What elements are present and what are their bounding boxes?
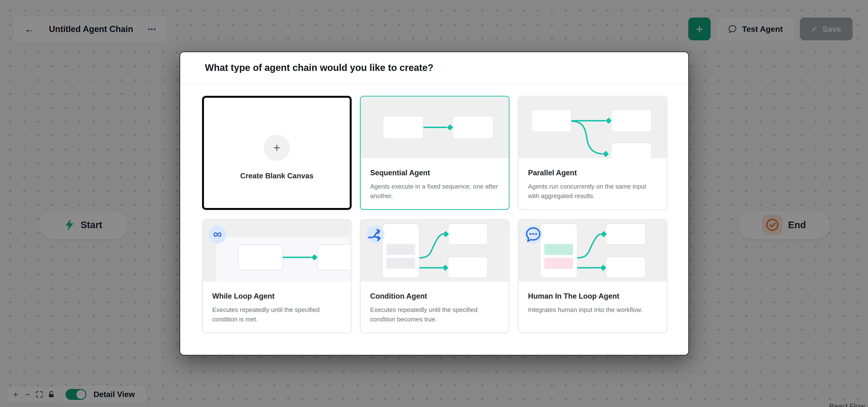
card-sequential-agent[interactable]: Sequential Agent Agents execute in a fix… [360,96,509,210]
chat-badge [524,226,542,244]
card-title: Parallel Agent [528,169,657,177]
card-title: Human In The Loop Agent [528,292,657,301]
while-loop-diagram [203,220,351,281]
card-title: Condition Agent [370,292,499,301]
plus-circle: + [264,135,290,161]
card-human-in-the-loop-agent[interactable]: Human In The Loop Agent Integrates human… [518,219,668,333]
card-create-blank-canvas[interactable]: + Create Blank Canvas [202,96,352,210]
modal-header: What type of agent chain would you like … [180,52,688,84]
card-description: Executes repeatedly until the specified … [370,305,499,324]
card-condition-agent[interactable]: Condition Agent Executes repeatedly unti… [360,219,509,333]
infinity-badge: ∞ [209,226,226,244]
card-diagram [361,220,509,281]
card-diagram: ∞ [203,220,351,281]
parallel-diagram [519,97,667,158]
card-info: Sequential Agent Agents execute in a fix… [361,158,509,201]
branch-badge [366,226,384,244]
infinity-icon: ∞ [213,228,222,240]
sequential-diagram [361,97,509,158]
card-info: While Loop Agent Executes repeatedly unt… [203,281,351,324]
card-while-loop-agent[interactable]: ∞ While Loop Agent Executes repeatedly u… [202,219,352,333]
create-agent-chain-modal: What type of agent chain would you like … [180,52,689,355]
card-diagram [519,97,667,158]
card-info: Parallel Agent Agents run concurrently o… [519,158,667,201]
card-description: Agents run concurrently on the same inpu… [528,182,657,201]
card-info: Condition Agent Executes repeatedly unti… [361,281,509,324]
chat-dots-icon [524,226,542,244]
template-card-grid: + Create Blank Canvas Sequential Agent A… [180,84,688,333]
card-diagram [361,97,509,158]
card-description: Integrates human input into the workflow… [528,305,657,315]
card-diagram [519,220,667,281]
card-parallel-agent[interactable]: Parallel Agent Agents run concurrently o… [518,96,668,210]
plus-icon: + [273,142,280,154]
branch-icon [366,226,384,244]
modal-title: What type of agent chain would you like … [205,62,433,73]
card-description: Executes repeatedly until the specified … [212,305,341,324]
card-description: Agents execute in a fixed sequence, one … [370,182,499,201]
card-title: While Loop Agent [212,292,341,301]
card-title: Create Blank Canvas [240,172,313,180]
card-info: Human In The Loop Agent Integrates human… [519,281,667,315]
card-title: Sequential Agent [370,169,499,177]
